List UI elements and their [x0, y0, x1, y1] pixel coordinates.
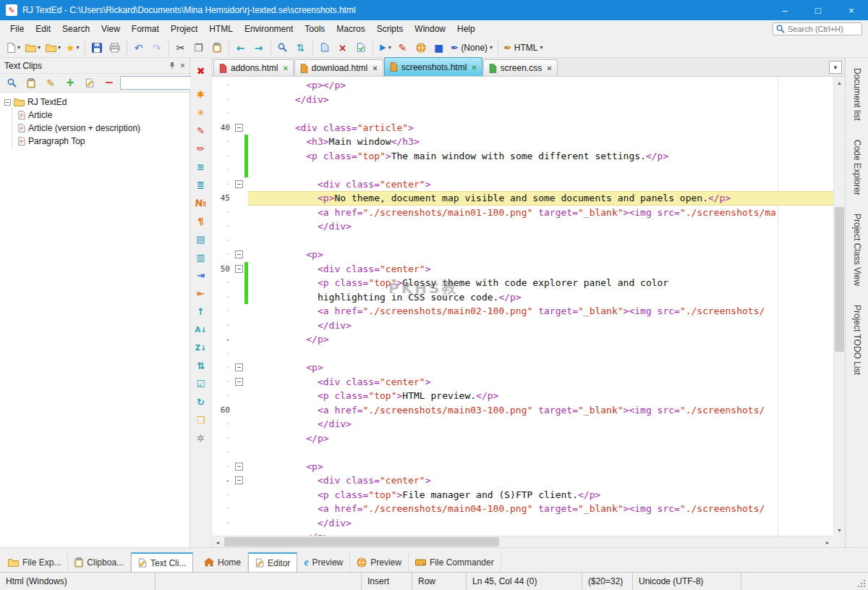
navigate-forward-button[interactable]: → — [250, 39, 268, 56]
tree-root-rj-texted[interactable]: −RJ TextEd — [4, 96, 190, 109]
tab-download.html[interactable]: download.html× — [294, 59, 383, 76]
tree-item[interactable]: Article (version + description) — [18, 122, 190, 135]
fold-collapse-icon[interactable]: − — [235, 250, 243, 258]
ordered-list-icon[interactable]: № — [195, 194, 207, 212]
open-folder-button[interactable]: ▾ — [43, 39, 63, 56]
undo-button[interactable]: ↶ — [130, 39, 148, 56]
panel-tab-clipboa[interactable]: Clipboa... — [68, 552, 131, 572]
code-line-37[interactable]: · <p></p> — [212, 78, 833, 93]
open-file-button[interactable]: ▾ — [23, 39, 43, 56]
code-line-54[interactable]: · </div> — [212, 319, 833, 333]
vertical-scroll-thumb[interactable] — [835, 207, 844, 352]
code-line-41[interactable]: · <h3>Main window</h3> — [212, 135, 833, 149]
code-line-69[interactable]: · </p> — [212, 530, 833, 536]
sort-button[interactable]: ⇅ — [292, 39, 310, 56]
save-button[interactable] — [88, 39, 106, 56]
settings-icon[interactable]: ✲ — [197, 429, 205, 447]
code-line-44[interactable]: ·− <div class="center"> — [212, 177, 833, 192]
paragraph-icon[interactable]: ¶ — [197, 212, 203, 230]
new-document-button[interactable]: ▾ — [4, 39, 22, 56]
view-tab-home-0[interactable]: Home — [197, 552, 248, 572]
insert-symbol-icon[interactable]: ✳ — [197, 104, 205, 122]
redo-button[interactable]: ↷ — [148, 39, 166, 56]
horizontal-scroll-thumb[interactable] — [224, 537, 499, 547]
scroll-up-icon[interactable]: ▲ — [834, 77, 845, 88]
panel-tab-textcli[interactable]: Text Cli... — [131, 552, 193, 572]
code-line-40[interactable]: 40− <div class="article"> — [212, 121, 833, 135]
scroll-down-icon[interactable]: ▼ — [834, 524, 845, 536]
fold-collapse-icon[interactable]: − — [235, 378, 243, 386]
fold-collapse-icon[interactable]: − — [235, 363, 243, 371]
menu-edit[interactable]: Edit — [30, 20, 56, 38]
horizontal-scrollbar[interactable]: ◄ ► — [212, 536, 833, 547]
close-tab-icon[interactable]: × — [283, 64, 287, 72]
menu-file[interactable]: File — [4, 20, 30, 38]
sidebar-tab-document-list[interactable]: Document list — [852, 68, 862, 121]
code-editor[interactable]: · <p></p>· </div>·40− <div class="articl… — [212, 77, 833, 536]
minimize-button[interactable]: – — [768, 0, 801, 20]
code-line-65[interactable]: -− <div class="center"> — [212, 473, 833, 488]
delete-clip-button[interactable]: − — [101, 75, 118, 92]
sort-lines-icon[interactable]: ⇅ — [197, 357, 205, 375]
cut-button[interactable]: ✂ — [172, 39, 190, 56]
sidebar-tab-project-class-view[interactable]: Project Class View — [852, 214, 862, 286]
menu-html[interactable]: HTML — [203, 20, 239, 38]
tab-addons.html[interactable]: addons.html× — [213, 59, 294, 76]
close-panel-icon[interactable]: × — [180, 61, 185, 71]
code-line-46[interactable]: · <a href="./screenshots/main01-100.png"… — [212, 206, 833, 220]
close-tab-icon[interactable]: × — [547, 64, 551, 72]
menu-project[interactable]: Project — [165, 20, 203, 38]
refresh-icon[interactable]: ↻ — [197, 393, 205, 411]
html-toolbar-select[interactable]: ✒HTML▾ — [501, 39, 545, 56]
code-line-49[interactable]: ·− <p> — [212, 248, 833, 262]
menu-format[interactable]: Format — [126, 20, 165, 38]
tree-item[interactable]: Paragraph Top — [18, 135, 190, 148]
code-line-43[interactable]: · — [212, 163, 833, 177]
scroll-right-icon[interactable]: ► — [822, 536, 833, 548]
stop-button[interactable]: ■ — [430, 39, 448, 56]
view-tab-preview-2[interactable]: ePreview — [297, 552, 350, 572]
code-line-67[interactable]: · <a href="./screenshots/main04-100.png"… — [212, 502, 833, 516]
menu-scripts[interactable]: Scripts — [371, 20, 409, 38]
edit-clip-button[interactable]: ✎ — [42, 75, 59, 92]
validate-icon[interactable]: ☑ — [197, 375, 205, 393]
edit-tag-icon[interactable]: ✎ — [197, 122, 205, 140]
code-line-45[interactable]: 45 <p>No theme, document map visible and… — [212, 191, 833, 206]
resize-grip[interactable] — [857, 579, 866, 588]
code-line-59[interactable]: · <p class="top">HTML preview.</p> — [212, 389, 833, 403]
find-clip-button[interactable] — [3, 75, 20, 92]
scroll-left-icon[interactable]: ◄ — [212, 536, 224, 548]
close-html-toolbar-icon[interactable]: ✖ — [197, 62, 205, 80]
maximize-button[interactable]: □ — [801, 0, 835, 20]
code-line-38[interactable]: · </div> — [212, 93, 833, 107]
view-tab-preview-3[interactable]: Preview — [350, 552, 409, 572]
code-line-56[interactable]: · — [212, 347, 833, 361]
navigate-back-button[interactable]: ← — [232, 39, 250, 56]
code-line-52[interactable]: · highlighting in CSS source code.</p> — [212, 290, 833, 305]
outdent-icon[interactable]: ⇤ — [197, 285, 205, 303]
sort-ascending-icon[interactable]: A↓ — [195, 321, 206, 339]
close-tab-icon[interactable]: × — [472, 63, 476, 72]
view-tab-file-commander-4[interactable]: File Commander — [409, 552, 501, 572]
refresh-document-button[interactable] — [352, 39, 370, 56]
clip-library-button[interactable] — [22, 75, 40, 92]
table-columns-icon[interactable]: ▥ — [196, 248, 205, 266]
favorites-button[interactable]: ★▾ — [64, 39, 82, 56]
tree-item[interactable]: Article — [18, 109, 190, 122]
code-line-55[interactable]: - </p> — [212, 332, 833, 347]
code-line-42[interactable]: · <p class="top">The main window with so… — [212, 149, 833, 164]
code-line-58[interactable]: ·− <div class="center"> — [212, 375, 833, 389]
view-tab-editor-1[interactable]: Editor — [248, 552, 297, 572]
code-line-57[interactable]: ·− <p> — [212, 361, 833, 375]
indent-icon[interactable]: ⇥ — [197, 266, 205, 285]
unordered-list-icon[interactable]: ≡ — [197, 158, 205, 176]
paste-button[interactable] — [208, 39, 226, 56]
move-up-icon[interactable]: ↑ — [197, 303, 205, 321]
tab-screenshots.html[interactable]: screenshots.html× — [384, 57, 482, 76]
code-line-64[interactable]: ·− <p> — [212, 460, 833, 474]
menu-window[interactable]: Window — [409, 20, 451, 38]
print-button[interactable] — [106, 39, 124, 56]
sidebar-tab-code-explorer[interactable]: Code Explorer — [852, 140, 862, 195]
edit-clip-file-button[interactable] — [81, 75, 98, 92]
syntax-scheme-select[interactable]: ✒(None)▾ — [448, 39, 495, 56]
